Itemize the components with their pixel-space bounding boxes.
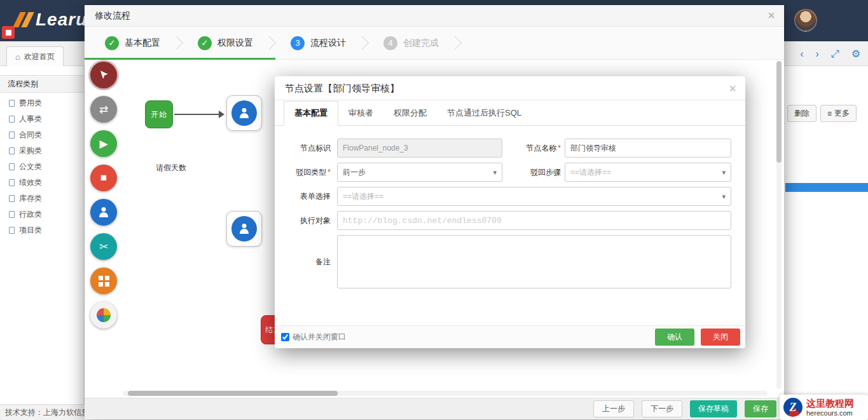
sidebar-item-project[interactable]: 项目类 (0, 222, 84, 238)
dialog-close-icon[interactable]: × (729, 76, 736, 100)
save-draft-button[interactable]: 保存草稿 (690, 400, 737, 417)
sidebar-item-performance[interactable]: 绩效类 (0, 175, 84, 191)
dialog-header: 节点设置【部门领导审核】 × (275, 76, 745, 100)
check-icon: ✓ (198, 36, 212, 50)
sidebar-title: 流程类别 (0, 75, 84, 93)
step-permission[interactable]: ✓ 权限设置 (193, 36, 258, 50)
dialog-footer: 确认并关闭窗口 确认 关闭 (275, 325, 745, 348)
tab-permission-assign[interactable]: 权限分配 (383, 102, 437, 125)
flow-node-start[interactable]: 开始 (145, 100, 173, 128)
step-label: 流程设计 (310, 37, 346, 49)
sidebar-item-admin[interactable]: 行政类 (0, 207, 84, 222)
gear-icon[interactable]: ⚙ (851, 48, 860, 60)
step-flow-design[interactable]: 3 流程设计 (286, 36, 351, 50)
sidebar-list: 费用类 人事类 合同类 采购类 公文类 绩效类 库存类 行政类 项目类 (0, 93, 84, 238)
save-button[interactable]: 保存 (745, 400, 776, 417)
reject-type-select[interactable]: 前一步 ▾ (337, 163, 502, 182)
reject-step-select[interactable]: ==请选择== ▾ (565, 163, 731, 182)
step-label: 创建完成 (403, 37, 439, 49)
caret-down-icon: ▾ (722, 193, 726, 201)
person-icon (238, 223, 250, 234)
dialog-form: 节点标识 节点名称* 驳回类型* 前一步 ▾ 驳回步骤 ==请选择== ▾ 表单… (275, 126, 745, 325)
tool-grid-node[interactable] (90, 268, 117, 294)
fullscreen-icon[interactable]: ⤢ (831, 48, 839, 60)
step-complete[interactable]: 4 创建完成 (378, 36, 444, 50)
remark-textarea[interactable] (337, 235, 731, 288)
tool-connect-line[interactable]: ⇄ (90, 96, 117, 123)
document-icon (9, 211, 15, 218)
check-icon: ✓ (105, 36, 119, 50)
tool-category-node[interactable] (90, 302, 117, 329)
sidebar-item-label: 项目类 (19, 225, 42, 236)
confirm-close-checkbox[interactable]: 确认并关闭窗口 (281, 332, 346, 342)
sidebar-item-label: 绩效类 (19, 177, 42, 188)
sidebar-item-inventory[interactable]: 库存类 (0, 191, 84, 207)
corner-red-icon[interactable] (2, 26, 15, 39)
checkbox-input[interactable] (281, 333, 289, 341)
more-button-label: 更多 (834, 108, 850, 119)
user-avatar[interactable] (794, 9, 817, 32)
confirm-button[interactable]: 确认 (655, 329, 694, 346)
forward-icon[interactable]: › (816, 48, 819, 60)
tab-home-label: 欢迎首页 (24, 51, 55, 62)
flow-node-approver-1[interactable] (226, 95, 262, 131)
tool-select-cursor[interactable] (90, 62, 117, 88)
sidebar-item-hr[interactable]: 人事类 (0, 111, 84, 127)
step-basic-config[interactable]: ✓ 基本配置 (100, 36, 165, 50)
step-label: 基本配置 (125, 37, 160, 49)
step-separator (263, 36, 276, 50)
sidebar-item-expense[interactable]: 费用类 (0, 95, 84, 111)
flow-node-approver-2[interactable] (226, 211, 262, 247)
sidebar-item-label: 人事类 (19, 114, 42, 125)
watermark-text: http://blog.csdn.net/endless0709 (343, 216, 502, 226)
sidebar-item-contract[interactable]: 合同类 (0, 127, 84, 143)
document-icon (9, 100, 15, 107)
node-name-input[interactable] (565, 139, 731, 158)
reject-step-placeholder: ==请选择== (570, 167, 611, 178)
more-button[interactable]: ≡ 更多 (820, 105, 857, 122)
tab-basic-config[interactable]: 基本配置 (284, 101, 338, 126)
tab-reviewer[interactable]: 审核者 (338, 102, 383, 125)
tool-end-node[interactable]: ■ (90, 165, 117, 191)
corner-red-glyph (6, 30, 11, 36)
dialog-title: 节点设置【部门领导审核】 (275, 76, 399, 100)
reject-type-value: 前一步 (343, 167, 366, 178)
close-button[interactable]: 关闭 (701, 329, 740, 346)
tool-cut[interactable]: ✂ (90, 233, 117, 260)
sidebar-item-purchase[interactable]: 采购类 (0, 143, 84, 159)
step-separator (448, 36, 462, 50)
horizontal-scrollbar-thumb[interactable] (128, 391, 338, 396)
node-label-leave-days: 请假天数 (156, 163, 186, 173)
form-row: 节点标识 节点名称* (281, 139, 745, 158)
document-icon (9, 179, 15, 186)
tab-home[interactable]: ⌂ 欢迎首页 (6, 46, 64, 66)
exec-object-input[interactable]: http://blog.csdn.net/endless0709 (337, 211, 731, 230)
person-icon (98, 207, 109, 218)
back-icon[interactable]: ‹ (800, 48, 803, 60)
step-label: 权限设置 (217, 37, 253, 49)
tool-approver-node[interactable] (90, 199, 117, 226)
form-select-placeholder: ==请选择== (343, 191, 383, 202)
sidebar-item-label: 公文类 (19, 161, 42, 172)
modal-header: 修改流程 × (85, 5, 784, 27)
modal-title: 修改流程 (85, 5, 130, 26)
form-row: 备注 (281, 235, 745, 288)
vertical-scrollbar-thumb[interactable] (776, 61, 782, 163)
form-select[interactable]: ==请选择== ▾ (337, 187, 731, 206)
sidebar-item-label: 合同类 (19, 130, 42, 140)
flow-connector (174, 114, 219, 115)
tool-start-node[interactable]: ▶ (90, 130, 117, 157)
step-number-badge: 3 (291, 36, 305, 50)
remark-label: 备注 (281, 257, 331, 268)
node-id-input[interactable] (337, 139, 502, 158)
prev-step-button[interactable]: 上一步 (593, 400, 634, 417)
tab-sql-after-pass[interactable]: 节点通过后执行SQL (437, 102, 532, 125)
stop-icon: ■ (100, 172, 107, 184)
next-step-button[interactable]: 下一步 (642, 400, 682, 417)
sidebar-item-official-doc[interactable]: 公文类 (0, 159, 84, 175)
modal-close-icon[interactable]: × (768, 5, 775, 26)
delete-button[interactable]: 删除 (787, 105, 816, 122)
vertical-scrollbar (776, 61, 782, 389)
step-number-badge: 4 (383, 36, 397, 50)
toolbar-buttons: 删除 ≡ 更多 (787, 105, 857, 122)
